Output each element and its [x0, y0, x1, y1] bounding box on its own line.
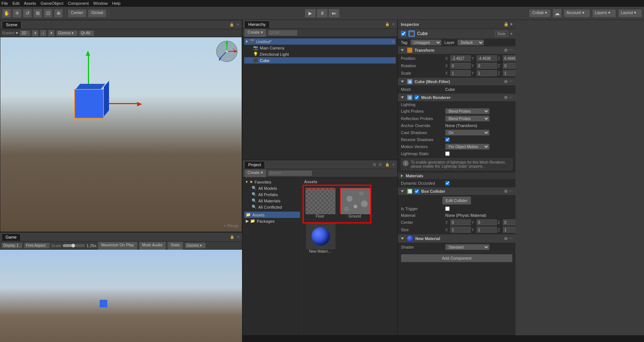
menu-help[interactable]: Help: [112, 1, 120, 6]
pos-x-input[interactable]: [450, 55, 471, 61]
light-probes-dropdown[interactable]: Blend Probes: [445, 108, 490, 114]
transform-tool-scale[interactable]: ⊞: [33, 9, 42, 18]
account-dropdown[interactable]: Account ▾: [564, 9, 590, 17]
menu-assets[interactable]: Assets: [24, 1, 36, 6]
dynamic-occluded-checkbox[interactable]: [445, 181, 450, 185]
scene-menu-btn[interactable]: ≡: [236, 23, 240, 27]
step-button[interactable]: ⏭: [328, 9, 340, 18]
scene-lock-btn[interactable]: 🔒: [228, 23, 235, 27]
project-icons-btn[interactable]: ⊞: [372, 163, 377, 167]
inspector-tab-label[interactable]: Inspector: [401, 22, 419, 27]
cloud-button[interactable]: ☁: [553, 9, 562, 18]
scene-effects-btn[interactable]: ✦: [48, 30, 55, 37]
rot-y-input[interactable]: [477, 63, 497, 69]
game-gizmos-dropdown[interactable]: Gizmos ▾: [185, 243, 206, 249]
project-list-btn[interactable]: ☰: [378, 163, 383, 167]
new-material-overflow-icon[interactable]: ⋯: [508, 236, 512, 241]
box-collider-enabled-checkbox[interactable]: [415, 189, 419, 194]
receive-shadows-checkbox[interactable]: [445, 137, 450, 142]
rot-z-input[interactable]: [503, 63, 515, 69]
motion-vectors-dropdown[interactable]: Per Object Motion: [445, 144, 490, 150]
project-all-conflicted[interactable]: 🔍 All Conflicted: [244, 204, 300, 210]
menu-window[interactable]: Window: [93, 1, 108, 6]
inspector-menu-btn[interactable]: ≡: [510, 22, 512, 27]
transform-settings-icon[interactable]: ⚙: [504, 48, 508, 53]
menu-edit[interactable]: Edit: [13, 1, 20, 6]
stats-btn[interactable]: Stats: [167, 242, 183, 250]
layout-dropdown[interactable]: Layout ▾: [618, 9, 642, 17]
size-y-input[interactable]: [477, 227, 497, 233]
box-collider-header[interactable]: ⬜ Box Collider ⚙ ⋯: [398, 188, 515, 195]
layer-dropdown[interactable]: Default: [457, 40, 484, 45]
hierarchy-search-input[interactable]: [268, 30, 297, 36]
project-assets-folder[interactable]: 📁 Assets: [244, 212, 300, 218]
new-material-header[interactable]: New Material ⚙ ⋯: [398, 235, 515, 243]
new-material-settings-icon[interactable]: ⚙: [504, 236, 508, 241]
transform-tool-rect[interactable]: ⊡: [44, 9, 52, 18]
center-x-input[interactable]: [450, 219, 471, 225]
maximize-on-play-btn[interactable]: Maximize On Play: [98, 242, 137, 250]
scene-lighting-btn[interactable]: ☀: [32, 30, 38, 37]
edit-collider-button[interactable]: Edit Collider: [442, 196, 471, 205]
transform-header[interactable]: ↔ Transform ⚙ ⋯: [398, 47, 515, 54]
is-trigger-checkbox[interactable]: [445, 206, 450, 211]
asset-floor[interactable]: Floor: [303, 186, 337, 220]
game-menu-btn[interactable]: ≡: [236, 235, 241, 239]
cast-shadows-dropdown[interactable]: On: [445, 130, 490, 136]
game-view[interactable]: [0, 250, 242, 342]
collab-button[interactable]: Collab ▾: [529, 9, 551, 17]
scene-audio-btn[interactable]: ♪: [40, 30, 47, 37]
scale-x-input[interactable]: [450, 70, 471, 76]
transform-tool-hand[interactable]: ✋: [2, 9, 11, 18]
scene-cube[interactable]: [74, 89, 104, 119]
add-component-button[interactable]: Add Component: [401, 254, 512, 262]
pause-button[interactable]: ⏸: [317, 9, 328, 18]
reflection-probes-dropdown[interactable]: Blend Probes: [445, 116, 490, 122]
scale-z-input[interactable]: [503, 70, 515, 76]
inspector-lock-btn[interactable]: 🔒: [504, 22, 509, 27]
transform-overflow-icon[interactable]: ⋯: [508, 48, 512, 53]
pivot-button[interactable]: Center: [68, 9, 86, 17]
tab-scene[interactable]: Scene: [2, 21, 21, 28]
object-active-checkbox[interactable]: [401, 31, 406, 36]
center-y-input[interactable]: [477, 219, 497, 225]
mesh-filter-header[interactable]: ▦ Cube (Mesh Filter) ⚙ ⋯: [398, 78, 515, 85]
project-search-input[interactable]: [268, 170, 312, 176]
asset-new-material[interactable]: New Materi...: [303, 221, 337, 255]
game-lock-btn[interactable]: 🔒: [229, 235, 235, 239]
hierarchy-menu-btn[interactable]: ≡: [391, 22, 396, 26]
hierarchy-scene-root[interactable]: ▾ 🎬 Untitled* ≡: [244, 38, 396, 45]
gizmos-dropdown[interactable]: Gizmos ▾: [56, 30, 78, 36]
hierarchy-item-cube[interactable]: ⬛ Cube: [244, 57, 396, 64]
menu-file[interactable]: File: [1, 1, 8, 6]
size-x-input[interactable]: [450, 227, 471, 233]
search-all-dropdown[interactable]: Qr:All: [79, 30, 94, 36]
hierarchy-lock-btn[interactable]: 🔒: [384, 22, 391, 26]
scale-y-input[interactable]: [477, 70, 497, 76]
display-dropdown[interactable]: Display 1: [1, 243, 23, 249]
tag-dropdown[interactable]: Untagged: [410, 40, 442, 45]
play-button[interactable]: ▶: [305, 9, 316, 18]
static-dropdown-icon[interactable]: ▾: [510, 31, 512, 36]
aspect-dropdown[interactable]: Free Aspect: [24, 243, 50, 249]
scene-view[interactable]: Y X: [0, 37, 242, 232]
menu-component[interactable]: Component: [68, 1, 89, 6]
materials-header[interactable]: Materials: [398, 173, 515, 179]
mesh-renderer-settings-icon[interactable]: ⚙: [504, 95, 508, 100]
mesh-renderer-overflow-icon[interactable]: ⋯: [508, 95, 512, 100]
tab-game[interactable]: Game: [1, 233, 21, 241]
mute-audio-btn[interactable]: Mute Audio: [139, 242, 166, 250]
project-create-btn[interactable]: Create ▾: [244, 169, 266, 177]
mesh-renderer-enabled-checkbox[interactable]: [415, 95, 419, 100]
project-lock-btn[interactable]: 🔒: [384, 163, 391, 167]
scene-2d-toggle[interactable]: 2D: [20, 30, 30, 36]
layers-dropdown[interactable]: Layers ▾: [592, 9, 616, 17]
mesh-renderer-header[interactable]: ▨ Mesh Renderer ⚙ ⋯: [398, 94, 515, 101]
global-button[interactable]: Global: [88, 9, 106, 17]
hierarchy-item-main-camera[interactable]: 📷 Main Camera: [244, 45, 396, 51]
size-z-input[interactable]: [503, 227, 515, 233]
tab-project[interactable]: Project: [244, 161, 265, 168]
project-menu-btn[interactable]: ≡: [391, 163, 396, 167]
transform-tool-move[interactable]: ✛: [13, 9, 21, 18]
pos-y-input[interactable]: [477, 55, 497, 61]
